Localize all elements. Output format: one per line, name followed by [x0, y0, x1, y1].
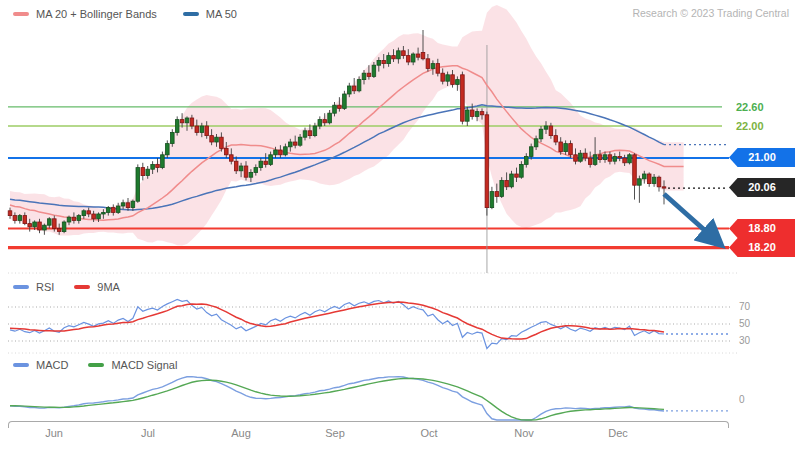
bearish-arrow-icon: [664, 194, 719, 243]
rsi-level-50: 50: [739, 318, 750, 329]
macd-label: MACD: [36, 359, 68, 371]
rsi-level-30: 30: [739, 335, 750, 346]
macd-swatch-icon: [13, 363, 29, 367]
x-axis-month-jun: Jun: [45, 427, 63, 439]
rsi-level-70: 70: [739, 301, 750, 312]
x-axis-month-sep: Sep: [325, 427, 345, 439]
price-badge-18-80: 18.80: [729, 219, 795, 238]
price-level-22-00: 22.00: [736, 120, 764, 132]
price-badge-18-20: 18.20: [729, 238, 795, 257]
x-axis-month-oct: Oct: [420, 427, 437, 439]
rsi-9ma-swatch-icon: [74, 285, 90, 289]
legend-ma20-bollinger: MA 20 + Bollinger Bands: [13, 8, 157, 20]
legend-macd: MACD: [13, 359, 68, 371]
x-axis-month-dec: Dec: [608, 427, 628, 439]
price-badge-21-00: 21.00: [729, 148, 795, 167]
price-chart-canvas: [0, 0, 800, 450]
legend-9ma: 9MA: [74, 281, 120, 293]
macd-zero-label: 0: [739, 394, 745, 405]
legend-ma50: MA 50: [183, 8, 237, 20]
ma20-bollinger-swatch-icon: [13, 12, 29, 16]
rsi-swatch-icon: [13, 285, 29, 289]
x-axis-month-jul: Jul: [141, 427, 155, 439]
legend-macd-signal: MACD Signal: [88, 359, 177, 371]
rsi-legend: RSI 9MA: [13, 281, 120, 293]
copyright-text: Research © 2023 Trading Central: [632, 7, 789, 19]
ma20-bollinger-label: MA 20 + Bollinger Bands: [36, 8, 157, 20]
x-axis-month-aug: Aug: [231, 427, 251, 439]
x-axis-month-nov: Nov: [514, 427, 534, 439]
price-level-22-60: 22.60: [736, 101, 764, 113]
trading-central-chart: { "header": { "research": "Research © 20…: [0, 0, 800, 450]
macd-signal-label: MACD Signal: [111, 359, 177, 371]
ma50-swatch-icon: [183, 12, 199, 16]
legend-rsi: RSI: [13, 281, 54, 293]
macd-legend: MACD MACD Signal: [13, 359, 177, 371]
ma50-label: MA 50: [206, 8, 237, 20]
main-legend: MA 20 + Bollinger Bands MA 50: [13, 8, 237, 20]
macd-signal-swatch-icon: [88, 363, 104, 367]
rsi-label: RSI: [36, 281, 54, 293]
rsi-9ma-label: 9MA: [97, 281, 120, 293]
last-price-badge: 20.06: [729, 178, 795, 197]
